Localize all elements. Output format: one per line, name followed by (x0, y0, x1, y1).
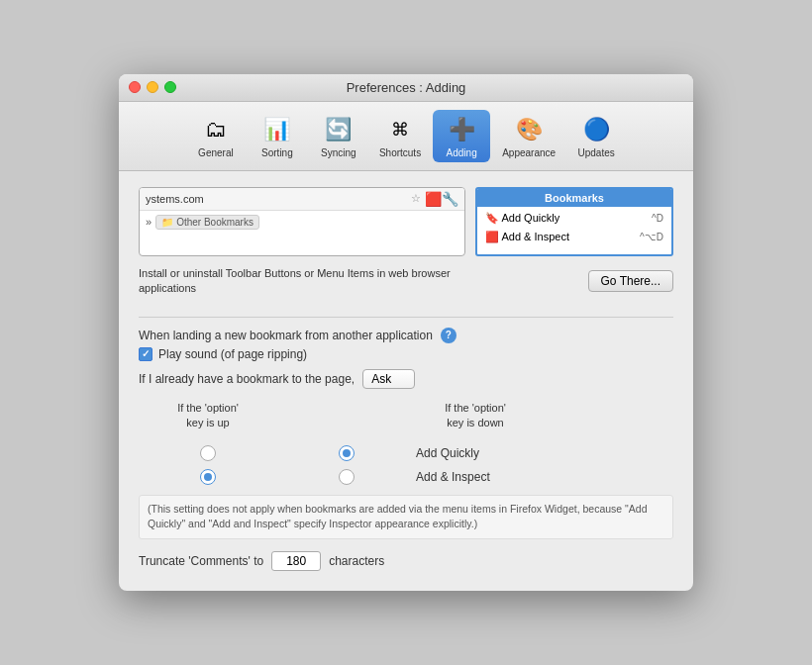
radio-inner-down-add-quickly (343, 449, 351, 457)
toolbar-item-syncing[interactable]: 🔄 Syncing (310, 110, 367, 162)
browser-bar: ystems.com ☆ 🟥🔧 » 📁 Other Bookmarks (139, 187, 465, 256)
toolbar-item-adding[interactable]: ➕ Adding (433, 110, 490, 162)
bookmark-item-add-inspect[interactable]: 🟥 Add & Inspect ^⌥D (479, 228, 669, 246)
radio-down-add-inspect[interactable] (277, 469, 416, 485)
close-button[interactable] (129, 81, 141, 93)
browser-bar-top: ystems.com ☆ 🟥🔧 (140, 188, 464, 211)
truncate-label: Truncate 'Comments' to (139, 554, 263, 568)
landing-row: When landing a new bookmark from another… (139, 328, 673, 343)
radio-outer-up-add-quickly[interactable] (200, 445, 216, 461)
updates-icon: 🔵 (580, 114, 612, 145)
landing-label: When landing a new bookmark from another… (139, 329, 433, 342)
go-there-button[interactable]: Go There... (588, 270, 673, 292)
truncate-suffix: characters (329, 554, 384, 568)
radio-outer-down-add-quickly[interactable] (339, 445, 355, 461)
label-add-quickly: Add Quickly (416, 446, 673, 460)
toolbar-label-appearance: Appearance (502, 147, 556, 158)
shortcuts-icon: ⌘ (384, 114, 416, 145)
install-text: Install or uninstall Toolbar Buttons or … (139, 266, 475, 297)
toolbar-label-shortcuts: Shortcuts (379, 147, 421, 158)
radio-pair-add-inspect: Add & Inspect (139, 469, 673, 485)
browser-bar-bottom: » 📁 Other Bookmarks (140, 211, 464, 234)
play-sound-row: Play sound (of page ripping) (139, 347, 673, 361)
option-key-up-header: If the 'option'key is up (139, 401, 277, 431)
radio-pair-add-quickly: Add Quickly (139, 445, 673, 461)
preferences-window: Preferences : Adding 🗂 General 📊 Sorting… (119, 74, 693, 591)
option-key-down-header: If the 'option'key is down (277, 401, 673, 431)
option-key-up-col: If the 'option'key is up (139, 401, 277, 439)
bookmark-item-add-quickly[interactable]: 🔖 Add Quickly ^D (479, 209, 669, 228)
browser-preview: ystems.com ☆ 🟥🔧 » 📁 Other Bookmarks Book… (139, 187, 673, 256)
divider-1 (139, 317, 673, 318)
toolbar-label-adding: Adding (447, 147, 477, 158)
toolbar-item-appearance[interactable]: 🎨 Appearance (494, 110, 563, 162)
radio-pairs: Add Quickly Add & Inspect (139, 445, 673, 485)
toolbar-item-sorting[interactable]: 📊 Sorting (249, 110, 306, 162)
ask-select-wrapper[interactable]: Ask (362, 369, 415, 389)
browser-chevron: » (146, 216, 152, 228)
syncing-icon: 🔄 (323, 114, 355, 145)
adding-icon: ➕ (446, 114, 477, 145)
radio-inner-up-add-inspect (204, 473, 212, 481)
play-sound-checkbox[interactable] (139, 347, 152, 361)
appearance-icon: 🎨 (513, 114, 545, 145)
already-label: If I already have a bookmark to the page… (139, 372, 355, 386)
toolbar-label-general: General (198, 147, 234, 158)
bookmarks-panel: Bookmarks 🔖 Add Quickly ^D 🟥 Add & Inspe… (475, 187, 673, 256)
option-key-cols: If the 'option'key is up If the 'option'… (139, 401, 673, 439)
browser-star-icon: ☆ (411, 192, 421, 205)
toolbar-item-updates[interactable]: 🔵 Updates (567, 110, 625, 162)
radio-outer-down-add-inspect[interactable] (339, 469, 355, 485)
toolbar-label-updates: Updates (577, 147, 614, 158)
toolbar-item-shortcuts[interactable]: ⌘ Shortcuts (371, 110, 429, 162)
bookmarks-items: 🔖 Add Quickly ^D 🟥 Add & Inspect ^⌥D (477, 207, 671, 248)
browser-url: ystems.com (146, 193, 407, 205)
toolbar: 🗂 General 📊 Sorting 🔄 Syncing ⌘ Shortcut… (119, 102, 693, 171)
add-inspect-label: 🟥 Add & Inspect (485, 231, 569, 243)
ask-select[interactable]: Ask (362, 369, 415, 389)
other-bookmarks-label: Other Bookmarks (176, 217, 254, 228)
add-quickly-label: 🔖 Add Quickly (485, 212, 559, 225)
folder-icon: 📁 (161, 217, 173, 228)
add-inspect-shortcut: ^⌥D (640, 232, 663, 242)
other-bookmarks-badge: 📁 Other Bookmarks (155, 215, 259, 230)
add-quickly-shortcut: ^D (652, 213, 663, 224)
landing-section: When landing a new bookmark from another… (139, 328, 673, 389)
truncate-row: Truncate 'Comments' to characters (139, 551, 673, 571)
option-key-down-col: If the 'option'key is down (277, 401, 673, 439)
radio-down-add-quickly[interactable] (277, 445, 416, 461)
general-icon: 🗂 (200, 114, 232, 145)
radio-outer-up-add-inspect[interactable] (200, 469, 216, 485)
truncate-input[interactable] (271, 551, 321, 571)
main-content: ystems.com ☆ 🟥🔧 » 📁 Other Bookmarks Book… (119, 171, 693, 591)
minimize-button[interactable] (147, 81, 158, 93)
window-title: Preferences : Adding (347, 80, 466, 95)
titlebar: Preferences : Adding (119, 74, 693, 102)
already-row: If I already have a bookmark to the page… (139, 369, 673, 389)
toolbar-item-general[interactable]: 🗂 General (187, 110, 245, 162)
sorting-icon: 📊 (261, 114, 293, 145)
radio-up-add-inspect[interactable] (139, 469, 277, 485)
toolbar-label-syncing: Syncing (321, 147, 356, 158)
maximize-button[interactable] (164, 81, 176, 93)
radio-up-add-quickly[interactable] (139, 445, 277, 461)
browser-icons: 🟥🔧 (425, 191, 458, 207)
help-icon[interactable]: ? (441, 328, 457, 343)
play-sound-label: Play sound (of page ripping) (158, 347, 307, 361)
traffic-lights (129, 81, 176, 93)
label-add-inspect: Add & Inspect (416, 470, 673, 484)
bookmarks-header: Bookmarks (477, 189, 671, 207)
toolbar-label-sorting: Sorting (261, 147, 293, 158)
note-text: (This setting does not apply when bookma… (139, 495, 673, 540)
